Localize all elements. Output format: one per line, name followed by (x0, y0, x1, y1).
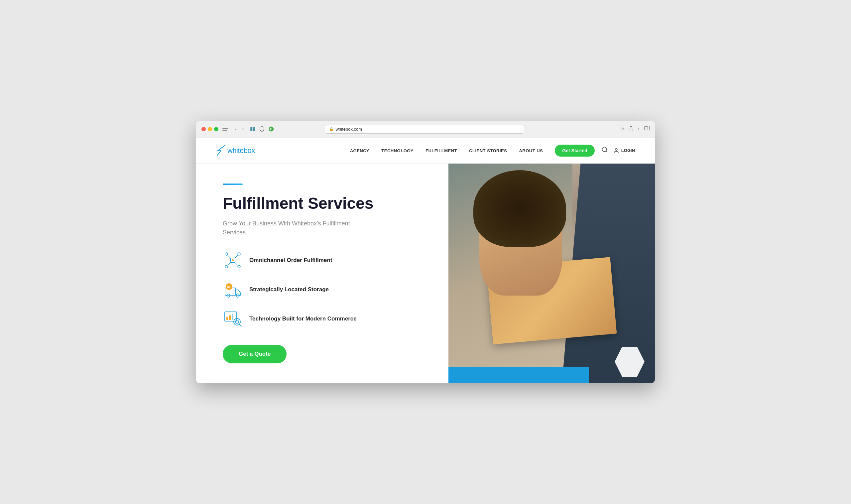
svg-point-19 (232, 259, 234, 261)
svg-point-21 (227, 294, 230, 297)
logo-text: whitebox (228, 146, 255, 155)
hero-right (449, 164, 655, 383)
maximize-button[interactable] (214, 127, 218, 131)
nav-icons: LOGIN (601, 146, 635, 155)
svg-rect-26 (227, 317, 228, 320)
svg-point-9 (615, 148, 617, 150)
feature-omnichannel-label: Omnichannel Order Fulfillment (249, 257, 332, 264)
nav-links: AGENCY TECHNOLOGY FULFILLMENT CLIENT STO… (350, 145, 595, 157)
main-nav: whitebox AGENCY TECHNOLOGY FULFILLMENT C… (196, 138, 655, 164)
new-tab-icon[interactable]: + (637, 126, 640, 132)
svg-line-31 (240, 324, 241, 326)
browser-window: ‹ › G (196, 121, 655, 383)
svg-rect-0 (250, 127, 252, 129)
hero-subtitle: Grow Your Business With Whitebox's Fulfi… (223, 219, 362, 237)
feature-storage-label: Strategically Located Storage (249, 286, 329, 293)
svg-text:48h: 48h (227, 286, 231, 289)
svg-line-17 (228, 263, 230, 265)
nav-fulfillment[interactable]: FULFILLMENT (426, 148, 457, 153)
omni-icon (223, 250, 243, 270)
nav-technology[interactable]: TECHNOLOGY (381, 148, 414, 153)
sidebar-toggle-icon[interactable] (222, 127, 229, 131)
svg-point-30 (235, 320, 239, 323)
svg-rect-27 (229, 316, 231, 320)
hero-left: Fulfillment Services Grow Your Business … (196, 164, 449, 383)
traffic-lights (201, 127, 218, 131)
svg-point-12 (238, 253, 240, 255)
accent-line (223, 183, 243, 185)
back-button[interactable]: ‹ (234, 125, 238, 133)
svg-point-14 (238, 265, 240, 268)
nav-about-us[interactable]: ABOUT US (519, 148, 543, 153)
svg-line-18 (235, 263, 238, 265)
search-icon[interactable] (601, 146, 608, 155)
user-icon (613, 148, 619, 154)
get-started-button[interactable]: Get Started (555, 145, 594, 157)
svg-rect-6 (644, 127, 648, 130)
feature-technology: Technology Built for Modern Commerce (223, 309, 429, 329)
svg-rect-2 (250, 129, 252, 131)
login-area[interactable]: LOGIN (613, 148, 635, 154)
svg-rect-28 (232, 314, 233, 320)
lock-icon: 🔒 (329, 127, 334, 131)
tabs-icon[interactable] (644, 125, 650, 133)
url-text: whitebox.com (336, 127, 362, 132)
website-content: whitebox AGENCY TECHNOLOGY FULFILLMENT C… (196, 138, 655, 383)
minimize-button[interactable] (208, 127, 212, 131)
login-label: LOGIN (621, 148, 635, 153)
svg-point-13 (225, 265, 228, 268)
feature-storage: 48h Strategically Located Storage (223, 280, 429, 300)
extension-icon-2[interactable] (259, 126, 265, 132)
tech-icon (223, 309, 243, 329)
svg-line-8 (606, 151, 607, 152)
browser-chrome: ‹ › G (196, 121, 655, 138)
extension-icon-1[interactable] (249, 126, 256, 132)
refresh-button[interactable]: ⟳ (621, 126, 624, 132)
svg-rect-1 (253, 127, 255, 129)
address-bar[interactable]: 🔒 whitebox.com (325, 125, 524, 134)
svg-line-15 (228, 255, 230, 258)
share-icon[interactable] (628, 125, 634, 133)
svg-point-7 (602, 147, 606, 151)
hero-image (449, 164, 655, 383)
browser-actions: ⟳ + (621, 125, 650, 133)
browser-nav: ‹ › (234, 125, 245, 133)
features-list: Omnichannel Order Fulfillment (223, 250, 429, 329)
storage-icon: 48h (223, 280, 243, 300)
get-quote-button[interactable]: Get a Quote (223, 345, 287, 363)
extension-icon-3[interactable]: G (268, 126, 275, 132)
logo[interactable]: whitebox (216, 145, 255, 156)
close-button[interactable] (201, 127, 206, 131)
feature-omnichannel: Omnichannel Order Fulfillment (223, 250, 429, 270)
hero-section: Fulfillment Services Grow Your Business … (196, 164, 655, 383)
nav-client-stories[interactable]: CLIENT STORIES (469, 148, 507, 153)
nav-agency[interactable]: AGENCY (350, 148, 370, 153)
hero-title: Fulfillment Services (223, 194, 429, 213)
svg-line-16 (235, 255, 238, 258)
forward-button[interactable]: › (241, 125, 245, 133)
extension-icons: G (249, 126, 275, 132)
svg-text:G: G (270, 127, 272, 131)
svg-point-22 (236, 294, 239, 297)
svg-rect-3 (253, 129, 255, 131)
blue-accent-bar (449, 367, 589, 383)
svg-point-29 (234, 319, 240, 325)
feature-technology-label: Technology Built for Modern Commerce (249, 316, 357, 322)
svg-point-11 (225, 253, 228, 255)
